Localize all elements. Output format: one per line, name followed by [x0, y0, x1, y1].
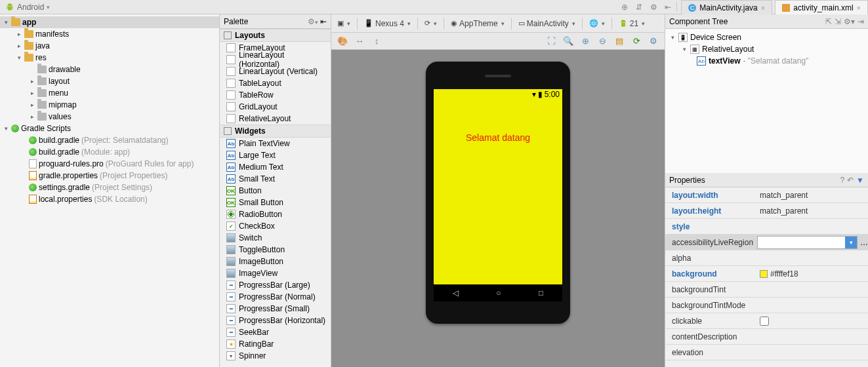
hide-icon[interactable]: ⇤ — [661, 0, 675, 14]
palette-item[interactable]: ImageButton — [220, 256, 331, 267]
property-value[interactable]: match_parent — [757, 191, 868, 200]
palette-group-widgets[interactable]: Widgets — [220, 125, 331, 138]
palette-item[interactable]: SeekBar — [220, 326, 331, 338]
palette-item[interactable]: OKButton — [220, 185, 331, 197]
palette-item[interactable]: CheckBox — [220, 220, 331, 232]
render-dropdown[interactable]: ▣ — [334, 16, 354, 31]
expand-icon[interactable]: ⇱ — [825, 17, 832, 26]
tree-item[interactable]: drawable — [0, 64, 219, 75]
tab-activity-xml[interactable]: activity_main.xml × — [775, 0, 868, 14]
property-row[interactable]: elevation — [665, 345, 868, 360]
property-row[interactable]: contentDescription — [665, 329, 868, 345]
undo-icon[interactable]: ↶ — [847, 176, 854, 185]
refresh-icon[interactable]: ⟳ — [629, 34, 644, 48]
tree-item[interactable]: ▸values — [0, 111, 219, 123]
tree-item[interactable]: settings.gradle (Project Settings) — [0, 182, 219, 193]
palette-item[interactable]: Spinner — [220, 350, 331, 362]
palette-item[interactable]: TableRow — [220, 89, 331, 101]
device-screen[interactable]: ▾ ▮ 5:00 Selamat datang ◁ ○ □ — [434, 89, 562, 301]
expand-width-icon[interactable]: ↔ — [352, 34, 367, 48]
tree-item[interactable]: proguard-rules.pro (ProGuard Rules for a… — [0, 158, 219, 170]
tree-item[interactable]: ▾res — [0, 52, 219, 64]
palette-toggle-icon[interactable]: 🎨 — [335, 34, 350, 48]
tree-item[interactable]: ▸mipmap — [0, 99, 219, 111]
property-row[interactable]: clickable — [665, 313, 868, 329]
property-combo[interactable]: ▾ — [757, 236, 858, 249]
palette-item[interactable]: AbLarge Text — [220, 149, 331, 161]
hide-icon[interactable]: ⇥ — [858, 17, 864, 26]
property-row[interactable]: style — [665, 219, 868, 235]
collapse-icon[interactable]: ⇵ — [632, 0, 646, 14]
gear-icon[interactable]: ⚙▾ — [844, 17, 855, 26]
theme-dropdown[interactable]: ◉ AppTheme — [447, 16, 508, 31]
tree-item[interactable]: local.properties (SDK Location) — [0, 193, 219, 205]
palette-item[interactable]: ToggleButton — [220, 244, 331, 256]
property-row[interactable]: accessibilityLiveRegion▾… — [665, 235, 868, 250]
tree-root-app[interactable]: ▾ app — [0, 16, 219, 28]
palette-item[interactable]: RatingBar — [220, 338, 331, 350]
close-icon[interactable]: × — [857, 4, 861, 12]
activity-dropdown[interactable]: ▭ MainActivity — [515, 16, 579, 31]
palette-item[interactable]: TableLayout — [220, 77, 331, 89]
property-row[interactable]: backgroundTintMode — [665, 298, 868, 313]
project-view-selector[interactable]: Android ▾ — [0, 0, 55, 14]
palette-item[interactable]: LinearLayout (Horizontal) — [220, 54, 331, 66]
palette-item[interactable]: AbPlain TextView — [220, 138, 331, 149]
help-icon[interactable]: ? — [840, 176, 844, 185]
zoom-out-icon[interactable]: ⊖ — [595, 34, 610, 48]
tree-relative-layout[interactable]: ▾ ▦ RelativeLayout — [665, 43, 868, 55]
orientation-dropdown[interactable]: ⟳ — [421, 16, 440, 31]
property-row[interactable]: alpha — [665, 250, 868, 266]
gear-icon[interactable]: ⚙ — [646, 34, 661, 48]
dropdown-button[interactable]: ▾ — [845, 237, 857, 248]
tree-item[interactable]: build.gradle (Project: Selamatdatang) — [0, 134, 219, 146]
palette-item[interactable]: Switch — [220, 232, 331, 244]
gear-icon[interactable]: ⚙ — [308, 17, 315, 26]
tree-item[interactable]: build.gradle (Module: app) — [0, 146, 219, 158]
palette-item[interactable]: ImageView — [220, 267, 331, 279]
locale-dropdown[interactable]: 🌐 — [586, 16, 608, 31]
tree-textview[interactable]: Ab textView - "Selamat datang" — [665, 55, 868, 67]
api-dropdown[interactable]: 21 — [615, 16, 648, 31]
screenshot-icon[interactable]: ▤ — [612, 34, 627, 48]
collapse-icon[interactable]: ⇲ — [835, 17, 841, 26]
tree-item[interactable]: ▸java — [0, 40, 219, 52]
target-icon[interactable]: ⊕ — [617, 0, 632, 14]
tree-gradle-root[interactable]: ▾ Gradle Scripts — [0, 123, 219, 134]
device-dropdown[interactable]: 📱 Nexus 4 — [361, 16, 414, 31]
palette-item[interactable]: AbMedium Text — [220, 161, 331, 173]
palette-item[interactable]: ProgressBar (Large) — [220, 279, 331, 291]
zoom-in-icon[interactable]: ⊕ — [578, 34, 592, 48]
palette-item[interactable]: ProgressBar (Horizontal) — [220, 315, 331, 326]
palette-item[interactable]: AbSmall Text — [220, 173, 331, 185]
palette-group-layouts[interactable]: Layouts — [220, 29, 331, 42]
property-row[interactable]: backgroundTint — [665, 282, 868, 298]
textview-preview[interactable]: Selamat datang — [434, 132, 562, 143]
close-icon[interactable]: × — [761, 4, 765, 12]
filter-icon[interactable]: ▼ — [856, 176, 864, 185]
zoom-fit-icon[interactable]: ⛶ — [544, 34, 558, 48]
palette-item[interactable]: OKSmall Button — [220, 197, 331, 208]
tab-main-activity[interactable]: C MainActivity.java × — [681, 0, 772, 14]
property-checkbox[interactable] — [760, 317, 769, 326]
palette-item[interactable]: ProgressBar (Normal) — [220, 291, 331, 303]
palette-item[interactable]: GridLayout — [220, 101, 331, 113]
zoom-actual-icon[interactable]: 🔍 — [561, 34, 575, 48]
palette-item[interactable]: ProgressBar (Small) — [220, 303, 331, 315]
expand-height-icon[interactable]: ↕ — [369, 34, 384, 48]
property-row[interactable]: layout:heightmatch_parent — [665, 203, 868, 219]
tree-item[interactable]: ▸manifests — [0, 28, 219, 40]
tree-item[interactable]: ▸layout — [0, 75, 219, 87]
property-value[interactable]: match_parent — [757, 206, 868, 216]
more-button[interactable]: … — [860, 238, 868, 247]
hide-icon[interactable]: ⇤ — [320, 17, 327, 26]
tree-item[interactable]: ▸menu — [0, 87, 219, 99]
gear-icon[interactable]: ⚙ — [646, 0, 661, 14]
property-row[interactable]: background#ffffef18 — [665, 266, 868, 282]
palette-item[interactable]: RadioButton — [220, 208, 331, 220]
property-row[interactable]: layout:widthmatch_parent — [665, 187, 868, 203]
palette-item[interactable]: RelativeLayout — [220, 113, 331, 125]
palette-item[interactable]: LinearLayout (Vertical) — [220, 66, 331, 77]
tree-item[interactable]: gradle.properties (Project Properties) — [0, 170, 219, 182]
tree-device-screen[interactable]: ▾ 📱 Device Screen — [665, 31, 868, 43]
